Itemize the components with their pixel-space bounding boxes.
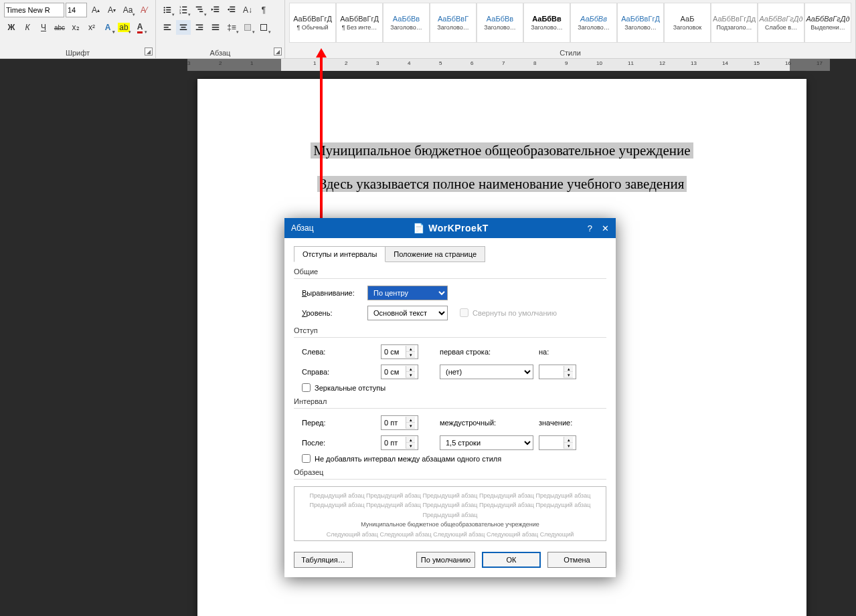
increase-indent-button[interactable] (224, 3, 239, 17)
show-marks-button[interactable]: ¶ (256, 3, 271, 17)
doc-line-1[interactable]: Муниципальное бюджетное общеобразователь… (311, 142, 693, 159)
indent-right-spinner[interactable]: 0 см▴▾ (381, 365, 418, 379)
style-item-7[interactable]: АаБбВвГгДЗаголово… (617, 3, 664, 43)
horizontal-ruler[interactable]: 3211234567891011121314151617 (187, 59, 830, 71)
cancel-button[interactable]: Отмена (547, 552, 606, 568)
ribbon: A▴ A▾ Aa▾ A⁄ Ж К Ч abc x₂ x² A▾ ab▾ A▾ Ш… (0, 0, 856, 59)
sort-button[interactable]: A↓ (240, 3, 255, 17)
text-effects-button[interactable]: A▾ (100, 20, 115, 35)
collapsed-checkbox (460, 308, 468, 317)
svg-rect-13 (197, 9, 202, 9)
svg-rect-26 (180, 29, 187, 30)
style-item-1[interactable]: АаБбВвГгД¶ Без инте… (336, 3, 383, 43)
clear-formatting-button[interactable]: A⁄ (137, 3, 151, 17)
ruler-tick: 9 (565, 60, 568, 66)
multilevel-list-button[interactable]: ▾ (192, 3, 207, 17)
grow-font-button[interactable]: A▴ (88, 3, 103, 17)
label-linespacing: междустрочный: (440, 419, 527, 427)
tab-position[interactable]: Положение на странице (385, 246, 485, 262)
doc-line-2[interactable]: Здесь указывается полное наименование уч… (317, 176, 687, 192)
styles-gallery[interactable]: АаБбВвГгД¶ ОбычныйАаБбВвГгД¶ Без инте…Аа… (289, 3, 851, 45)
ruler-tick: 5 (439, 60, 442, 66)
ruler-tick: 10 (596, 60, 602, 66)
italic-button[interactable]: К (20, 20, 35, 35)
style-item-0[interactable]: АаБбВвГгД¶ Обычный (289, 3, 336, 43)
style-item-11[interactable]: АаБбВвГгДдВыделени… (804, 3, 851, 43)
ok-button[interactable]: ОК (482, 552, 541, 568)
indent-left-spinner[interactable]: 0 см▴▾ (381, 344, 418, 359)
bullets-button[interactable]: ▾ (160, 3, 175, 17)
svg-rect-28 (198, 27, 203, 27)
dialog-titlebar[interactable]: Абзац 📄 WorKProekT ? ✕ (284, 218, 616, 238)
outline-level-combo[interactable]: Основной текст (367, 306, 448, 320)
style-item-3[interactable]: АаБбВвГЗаголово… (430, 3, 477, 43)
ruler-tick: 6 (470, 60, 473, 66)
linespacing-value-spinner[interactable]: ▴▾ (539, 435, 576, 450)
style-item-10[interactable]: АаБбВвГгДдСлабое в… (758, 3, 804, 43)
after-spinner[interactable]: 0 пт▴▾ (381, 435, 418, 450)
svg-rect-32 (212, 29, 220, 30)
font-dialog-launcher[interactable]: ◢ (145, 47, 153, 56)
alignment-combo[interactable]: По центру (367, 286, 448, 300)
shrink-font-button[interactable]: A▾ (104, 3, 119, 17)
firstline-combo[interactable]: (нет) (440, 365, 533, 379)
line-spacing-button[interactable]: ‡≡▾ (224, 20, 239, 35)
borders-button[interactable]: ▾ (256, 20, 271, 35)
shading-button[interactable]: ▾ (240, 20, 255, 35)
style-item-9[interactable]: АаБбВвГгДдПодзаголо… (711, 3, 758, 43)
font-color-button[interactable]: A▾ (133, 20, 147, 35)
style-item-8[interactable]: АаБЗаголовок (664, 3, 711, 43)
dialog-close-button[interactable]: ✕ (602, 223, 609, 233)
style-item-6[interactable]: АаБбВвЗаголово… (570, 3, 617, 43)
dialog-help-button[interactable]: ? (588, 223, 592, 233)
dialog-title: Абзац (291, 223, 314, 233)
strike-button[interactable]: abc (52, 20, 67, 35)
underline-button[interactable]: Ч (36, 20, 51, 35)
highlight-button[interactable]: ab▾ (116, 20, 131, 35)
ruler-tick: 4 (408, 60, 410, 66)
decrease-indent-button[interactable] (208, 3, 223, 17)
style-item-5[interactable]: АаБбВвЗаголово… (523, 3, 570, 43)
subscript-button[interactable]: x₂ (68, 20, 83, 35)
numbering-button[interactable]: 123▾ (176, 3, 191, 17)
svg-rect-19 (230, 9, 235, 9)
svg-rect-23 (164, 29, 171, 30)
change-case-button[interactable]: Aa▾ (120, 3, 135, 17)
svg-rect-27 (196, 25, 203, 25)
align-justify-button[interactable] (208, 20, 223, 35)
annotation-arrow (320, 55, 323, 219)
svg-rect-7 (182, 7, 187, 7)
svg-rect-1 (166, 7, 171, 8)
before-spinner[interactable]: 0 пт▴▾ (381, 415, 418, 430)
font-group-label: Шрифт (0, 49, 155, 57)
style-item-2[interactable]: АаБбВвЗаголово… (383, 3, 430, 43)
superscript-button[interactable]: x² (84, 20, 99, 35)
tab-indents[interactable]: Отступы и интервалы (294, 246, 386, 262)
ribbon-group-styles: АаБбВвГгД¶ ОбычныйАаБбВвГгД¶ Без инте…Аа… (285, 0, 856, 58)
align-right-button[interactable] (192, 20, 207, 35)
align-left-button[interactable] (160, 20, 175, 35)
font-name-combo[interactable] (4, 3, 64, 17)
label-before: Перед: (302, 419, 369, 427)
align-center-button[interactable] (176, 20, 191, 35)
svg-rect-21 (164, 25, 171, 25)
paragraph-group-label: Абзац (156, 49, 284, 57)
label-indent-left: Слева: (302, 348, 369, 356)
tabs-button[interactable]: Табуляция… (294, 552, 353, 568)
paragraph-dialog-launcher[interactable]: ◢ (274, 47, 282, 56)
ruler-tick: 15 (754, 60, 760, 66)
bold-button[interactable]: Ж (4, 20, 19, 35)
font-size-combo[interactable] (66, 3, 87, 17)
ribbon-group-paragraph: ▾ 123▾ ▾ A↓ ¶ ‡≡▾ ▾ ▾ Абзац ◢ (156, 0, 285, 58)
nospace-checkbox[interactable] (302, 454, 311, 463)
style-item-4[interactable]: АаБбВвЗаголово… (477, 3, 523, 43)
linespacing-combo[interactable]: 1,5 строки (440, 435, 533, 450)
styles-group-label: Стили (285, 49, 855, 57)
firstline-by-spinner[interactable]: ▴▾ (539, 365, 576, 379)
mirror-indents-checkbox[interactable] (302, 383, 311, 392)
ruler-tick: 3 (376, 60, 379, 66)
section-general: Общие (294, 268, 606, 276)
default-button[interactable]: По умолчанию (416, 552, 475, 568)
dialog-brand: 📄 WorKProekT (413, 223, 489, 233)
label-after: После: (302, 439, 369, 447)
